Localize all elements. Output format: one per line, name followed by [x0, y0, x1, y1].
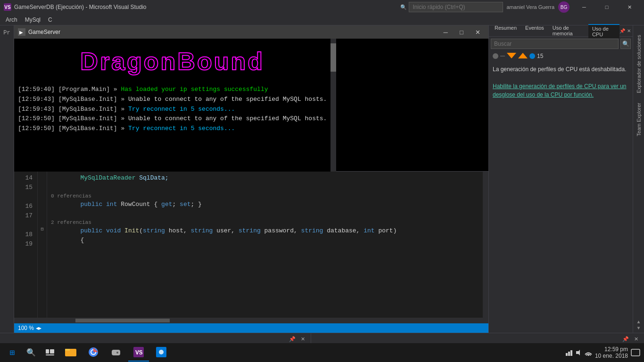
task-view-button[interactable]	[41, 344, 58, 361]
svg-text:VS: VS	[135, 349, 143, 356]
cpu-panel-content: La generación de perfiles de CPU está de…	[489, 61, 633, 333]
taskbar-app-game[interactable]	[106, 344, 126, 362]
close-button[interactable]: ✕	[619, 0, 640, 14]
sidebar-icon-1[interactable]: Pr	[1, 27, 13, 39]
scroll-right-icon[interactable]: ▸	[39, 325, 41, 331]
title-bar: VS GameServerDB (Ejecución) - Microsoft …	[0, 0, 644, 14]
menu-item-arch[interactable]: Arch	[2, 16, 21, 24]
console-scrollbar[interactable]	[330, 39, 336, 172]
search-task-icon: 🔍	[26, 348, 36, 357]
tab-uso-memoria[interactable]: Uso de memoria	[549, 24, 587, 38]
console-title-left: ▶ GameServer	[18, 28, 60, 36]
svg-rect-18	[566, 353, 568, 356]
search-task-button[interactable]: 🔍	[23, 344, 40, 361]
window-title: GameServerDB (Ejecución) - Microsoft Vis…	[14, 4, 147, 10]
taskbar-app-vs[interactable]: VS	[128, 344, 149, 362]
time-block[interactable]: 12:59 pm 10 ene. 2018	[595, 346, 628, 359]
tab-eventos[interactable]: Eventos	[521, 24, 548, 38]
menu-item-mysql[interactable]: MySql	[21, 16, 44, 24]
svg-rect-23	[631, 349, 640, 356]
console-maximize-button[interactable]: □	[454, 27, 469, 37]
auto-close-button[interactable]: ✕	[298, 335, 307, 344]
maximize-button[interactable]: □	[596, 0, 618, 14]
date-display: 10 ene. 2018	[595, 353, 628, 359]
console-controls: ─ □ ✕	[438, 27, 485, 37]
code-line-14: MySqlDataReader SqlData;	[51, 173, 479, 183]
svg-marker-3	[518, 53, 528, 58]
auto-pin-button[interactable]: 📌	[288, 335, 297, 344]
code-content-area[interactable]: MySqlDataReader SqlData; 0 referencias p…	[47, 172, 483, 318]
svg-rect-12	[112, 350, 120, 355]
stack-close-button[interactable]: ✕	[632, 335, 640, 344]
time-display: 12:59 pm	[595, 346, 628, 353]
right-panel-header: Resumen Eventos Uso de memoria Uso de CP…	[489, 25, 633, 37]
center-area: ▶ GameServer ─ □ ✕ DragonBound	[14, 25, 488, 333]
indicator-circle-blue	[529, 53, 535, 59]
vs-logo-icon: VS	[4, 3, 11, 11]
vertical-label-explorador[interactable]: Explorador de soluciones	[636, 35, 642, 93]
menu-item-c[interactable]: C	[44, 16, 56, 24]
right-panel-scroll-down-icon[interactable]: ▼	[637, 326, 640, 331]
title-bar-left: VS GameServerDB (Ejecución) - Microsoft …	[4, 3, 147, 11]
panel-search-button[interactable]: 🔍	[620, 39, 631, 49]
panel-search-area: 🔍	[489, 37, 633, 51]
indicator-line	[500, 56, 505, 57]
panel-search-input[interactable]	[491, 39, 619, 49]
taskbar-left: ⊞ 🔍 VS	[4, 344, 172, 362]
cpu-enable-link[interactable]: Habilite la generación de perfiles de CP…	[493, 83, 627, 98]
quick-search-input[interactable]	[409, 2, 503, 12]
minimize-button[interactable]: ─	[573, 0, 595, 14]
title-bar-controls: ─ □ ✕	[573, 0, 640, 14]
console-close-button[interactable]: ✕	[471, 27, 485, 37]
collapse-icon-18[interactable]: ⊟	[41, 226, 43, 232]
main-layout: Pr ▶ GameServer ─ □ ✕	[0, 25, 644, 333]
cpu-disabled-message: La generación de perfiles de CPU está de…	[493, 65, 629, 99]
code-line-16: public int RowCount { get; set; }	[51, 200, 479, 209]
indicator-row: 15	[489, 51, 633, 61]
indicator-circle-gray	[493, 53, 498, 59]
visual-studio-icon: VS	[133, 347, 144, 357]
code-line-18: public void Init(string host, string use…	[51, 226, 479, 236]
panel-close-icon[interactable]: ✕	[627, 28, 631, 33]
start-button[interactable]: ⊞	[4, 344, 21, 361]
zoom-value: 100 %	[18, 325, 34, 331]
tab-resumen[interactable]: Resumen	[491, 24, 520, 38]
code-line-19: {	[51, 236, 479, 245]
panel-tabs: Resumen Eventos Uso de memoria Uso de CP…	[491, 24, 619, 38]
svg-rect-4	[46, 349, 49, 354]
volume-icon	[575, 349, 582, 356]
taskbar-app-photo[interactable]	[151, 344, 172, 362]
log-line-1: [12:59:40] [Program.Main] » Has loaded y…	[18, 85, 327, 95]
taskbar-app-explorer[interactable]	[60, 344, 81, 362]
svg-marker-21	[576, 350, 580, 355]
indicator-counter: 15	[537, 53, 543, 59]
code-vertical-scrollbar[interactable]	[483, 172, 488, 318]
zoom-indicator: 100 % ◂ ▸	[14, 323, 488, 333]
user-label: amaniel Vera Guerra	[507, 4, 555, 10]
right-panel-scroll-up-icon[interactable]: ▲	[637, 320, 640, 325]
notification-icon[interactable]	[631, 348, 640, 357]
tab-uso-cpu[interactable]: Uso de CPU	[588, 24, 619, 38]
wifi-icon	[585, 349, 592, 356]
code-line-17	[51, 209, 479, 219]
console-minimize-button[interactable]: ─	[438, 27, 453, 37]
svg-point-22	[587, 355, 589, 356]
console-title: GameServer	[28, 29, 60, 35]
svg-rect-19	[568, 352, 570, 356]
h-scrollbar-thumb	[75, 319, 170, 322]
console-content: DragonBound [12:59:40] [Program.Main] » …	[14, 39, 330, 172]
panel-pin-icon[interactable]: 📌	[619, 28, 625, 33]
log-line-4: [12:59:50] [MySqlBase.Init] » Unable to …	[18, 114, 327, 124]
svg-marker-2	[507, 53, 516, 58]
taskbar: ⊞ 🔍 VS 12:59 pm 10 ene. 2018	[0, 343, 644, 362]
console-scrollbar-thumb	[330, 43, 336, 72]
taskbar-app-chrome[interactable]	[83, 344, 104, 362]
code-line-15	[51, 183, 479, 192]
stack-pin-button[interactable]: 📌	[621, 335, 630, 344]
chrome-icon	[88, 347, 99, 357]
vertical-label-team[interactable]: Team Explorer	[636, 103, 642, 136]
code-horizontal-scrollbar[interactable]	[14, 318, 488, 323]
network-icon	[566, 349, 572, 356]
svg-rect-6	[46, 354, 54, 355]
indicator-triangle-up-icon	[518, 53, 528, 59]
